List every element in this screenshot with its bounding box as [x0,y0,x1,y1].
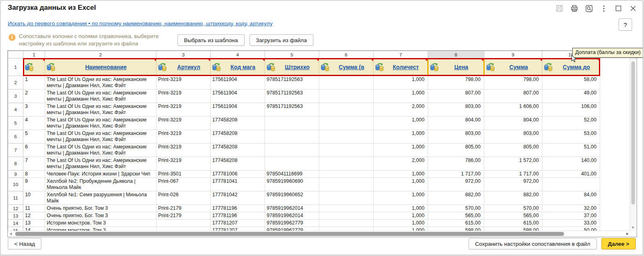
data-cell[interactable]: The Last Of Us Одни из нас: Американские… [45,90,156,103]
data-cell[interactable]: 1 572,00 [484,157,542,171]
data-cell[interactable]: 9785171192563 [265,90,319,103]
mapping-header-cell[interactable] [23,58,45,76]
data-cell[interactable]: 1,000 [374,117,428,130]
data-cell[interactable]: 1,000 [374,178,428,191]
data-cell[interactable] [319,191,374,205]
mapping-header-cell[interactable]: Сумма (в [319,58,374,76]
data-cell[interactable]: Print-3219 [156,90,211,103]
data-cell[interactable]: 1 717,00 [428,171,484,178]
data-cell[interactable]: Хеллбой №2: Пробуждение Дьявола | Миньол… [45,178,156,191]
column-number[interactable]: 5 [265,51,319,58]
row-number[interactable]: 10 [8,178,23,191]
data-cell[interactable]: 798,00 [428,76,484,90]
choose-template-button[interactable]: Выбрать из шаблона [177,34,245,46]
data-cell[interactable]: 1 717,00 [484,171,542,178]
data-cell[interactable]: 1,000 [374,76,428,90]
data-cell[interactable]: 9785919962779 [265,220,319,227]
data-cell[interactable]: 804,00 [428,117,484,130]
data-cell[interactable]: 1 [23,76,45,90]
data-cell[interactable]: Print-3219 [156,144,211,157]
data-cell[interactable]: The Last Of Us Одни из нас: Американские… [45,76,156,90]
data-cell[interactable]: 11 [23,205,45,212]
data-cell[interactable]: 1,000 [374,212,428,220]
row-number[interactable]: 8 [8,157,23,171]
data-cell[interactable]: 140,00 [542,157,600,171]
data-cell[interactable]: The Last Of Us Одни из нас: Американские… [45,117,156,130]
data-cell[interactable]: 12 [23,212,45,220]
data-cell[interactable] [265,157,319,171]
horizontal-scrollbar[interactable]: ◀ ▶ [8,231,630,237]
close-icon[interactable] [629,4,637,12]
data-cell[interactable] [319,144,374,157]
data-cell[interactable]: 177781006 [211,171,265,178]
data-cell[interactable]: 177458208 [211,144,265,157]
row-number[interactable]: 6 [8,130,23,144]
mapping-header-cell[interactable]: Цена [428,58,484,76]
data-cell[interactable]: 2 [23,90,45,103]
data-cell[interactable]: 615,00 [484,220,542,227]
data-cell[interactable]: 9785919962014 [265,205,319,212]
data-cell[interactable]: 33,00 [542,220,600,227]
column-number[interactable]: 1 [23,51,45,58]
next-button[interactable]: Далее > [601,238,636,249]
data-cell[interactable] [265,117,319,130]
data-cell[interactable]: 2,000 [374,103,428,117]
data-cell[interactable]: 13 [23,220,45,227]
data-cell[interactable]: Очень приятно, Бог. Том 3 [45,205,156,212]
data-cell[interactable]: 7 [23,157,45,171]
grid-corner-cell[interactable] [8,51,23,58]
data-cell[interactable]: 1,000 [374,144,428,157]
mapping-spreadsheet[interactable]: 123456789101НаименованиеАртикулКод магаШ… [7,50,637,237]
data-cell[interactable]: The Last Of Us Одни из нас: Американские… [45,157,156,171]
data-cell[interactable]: Print-3219 [156,157,211,171]
data-cell[interactable]: 53,00 [542,130,600,144]
save-mapping-button[interactable]: Сохранить настройки сопоставления в файл [469,238,597,249]
row-number[interactable]: 12 [8,205,23,212]
data-cell[interactable]: 565,00 [484,212,542,220]
data-cell[interactable]: 8 [23,171,45,178]
data-cell[interactable] [319,157,374,171]
data-cell[interactable]: Print-067 [156,178,211,191]
data-cell[interactable] [319,171,374,178]
data-cell[interactable]: 10 [23,191,45,205]
data-cell[interactable]: Print-3501 [156,171,211,178]
data-cell[interactable]: 1,000 [374,130,428,144]
data-cell[interactable]: 570,00 [428,205,484,212]
data-cell[interactable]: Print-2179 [156,205,211,212]
back-button[interactable]: < Назад [8,238,41,249]
row-number[interactable]: 13 [8,212,23,220]
data-cell[interactable]: 106,00 [542,103,600,117]
data-cell[interactable]: 175611904 [211,103,265,117]
data-cell[interactable]: 1,000 [374,191,428,205]
vertical-scrollbar[interactable]: ▼ [630,51,637,231]
column-number[interactable]: 6 [319,51,374,58]
data-cell[interactable]: 177781041 [211,178,265,191]
data-cell[interactable]: 1,000 [374,171,428,178]
data-cell[interactable]: 882,00 [428,191,484,205]
mapping-header-cell[interactable]: Наименование [45,58,156,76]
column-mapping-link[interactable]: Штрихко [285,64,309,70]
scroll-down-icon[interactable]: ▼ [631,226,635,229]
column-number[interactable]: 2 [45,51,156,58]
column-mapping-link[interactable]: Сумма (в [339,64,364,70]
data-cell[interactable]: 175611904 [211,90,265,103]
mapping-header-cell[interactable]: Количест [374,58,428,76]
row-number[interactable]: 2 [8,76,23,90]
data-cell[interactable]: 2,000 [374,157,428,171]
mapping-header-cell[interactable]: Артикул [156,58,211,76]
data-cell[interactable]: 177781196 [211,212,265,220]
data-cell[interactable] [319,103,374,117]
data-cell[interactable]: Print-026 [156,191,211,205]
data-cell[interactable] [319,130,374,144]
data-cell[interactable] [319,220,374,227]
data-cell[interactable]: 1 606,00 [484,103,542,117]
data-cell[interactable]: 9785171192563 [265,103,319,117]
column-mapping-link[interactable]: Код мага [231,64,255,70]
column-mapping-link[interactable]: Артикул [177,64,200,70]
data-cell[interactable]: 9785171192563 [265,76,319,90]
save-icon[interactable] [556,4,563,12]
data-cell[interactable] [319,205,374,212]
data-cell[interactable]: 6 [23,144,45,157]
data-cell[interactable]: Print-3219 [156,117,211,130]
help-button[interactable]: ? [619,18,632,31]
